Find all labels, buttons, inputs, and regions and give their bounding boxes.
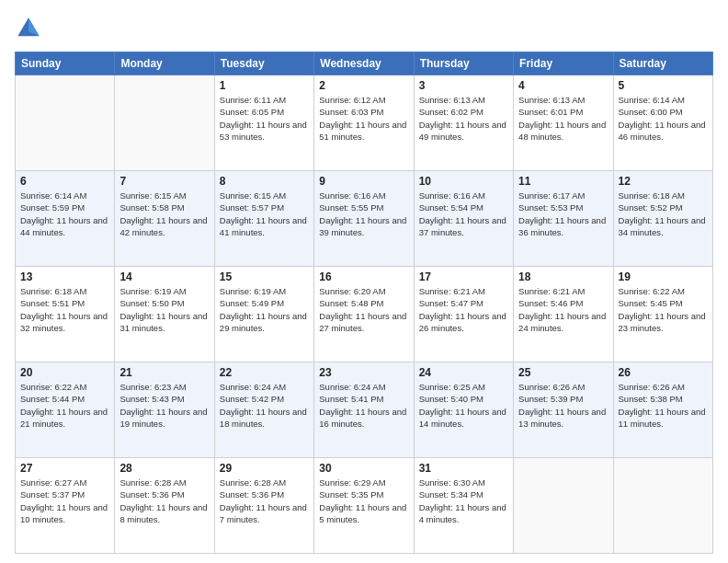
day-number: 14 [119, 270, 209, 283]
day-info: Sunrise: 6:15 AMSunset: 5:57 PMDaylight:… [220, 190, 309, 238]
logo-icon [15, 15, 42, 42]
day-number: 11 [518, 175, 608, 188]
day-info: Sunrise: 6:18 AMSunset: 5:52 PMDaylight:… [619, 190, 708, 238]
calendar-cell: 17Sunrise: 6:21 AMSunset: 5:47 PMDayligh… [414, 267, 513, 362]
calendar-header-row: SundayMondayTuesdayWednesdayThursdayFrid… [16, 52, 713, 75]
calendar-cell: 14Sunrise: 6:19 AMSunset: 5:50 PMDayligh… [115, 267, 214, 362]
day-info: Sunrise: 6:27 AMSunset: 5:37 PMDaylight:… [20, 477, 109, 525]
calendar-cell [16, 75, 115, 171]
day-info: Sunrise: 6:15 AMSunset: 5:58 PMDaylight:… [119, 190, 209, 238]
day-number: 30 [319, 462, 408, 475]
col-header-tuesday: Tuesday [214, 52, 313, 75]
day-info: Sunrise: 6:19 AMSunset: 5:50 PMDaylight:… [119, 285, 209, 334]
calendar-cell: 23Sunrise: 6:24 AMSunset: 5:41 PMDayligh… [314, 362, 414, 458]
day-number: 31 [419, 462, 508, 475]
day-number: 24 [419, 366, 508, 379]
day-info: Sunrise: 6:29 AMSunset: 5:35 PMDaylight:… [319, 477, 408, 525]
day-number: 25 [518, 366, 608, 379]
day-info: Sunrise: 6:19 AMSunset: 5:49 PMDaylight:… [220, 285, 309, 334]
day-info: Sunrise: 6:21 AMSunset: 5:47 PMDaylight:… [419, 285, 508, 334]
day-number: 10 [419, 175, 508, 188]
day-number: 16 [319, 270, 408, 283]
calendar-cell [115, 75, 214, 171]
col-header-friday: Friday [514, 52, 613, 75]
calendar-cell: 7Sunrise: 6:15 AMSunset: 5:58 PMDaylight… [115, 171, 214, 267]
day-number: 27 [20, 462, 109, 475]
day-number: 29 [220, 462, 309, 475]
calendar-cell: 28Sunrise: 6:28 AMSunset: 5:36 PMDayligh… [115, 458, 214, 554]
col-header-monday: Monday [115, 52, 214, 75]
calendar-cell: 5Sunrise: 6:14 AMSunset: 6:00 PMDaylight… [613, 75, 712, 171]
day-number: 17 [419, 270, 508, 283]
calendar-table: SundayMondayTuesdayWednesdayThursdayFrid… [15, 52, 713, 554]
day-info: Sunrise: 6:26 AMSunset: 5:38 PMDaylight:… [619, 381, 708, 430]
calendar-cell: 4Sunrise: 6:13 AMSunset: 6:01 PMDaylight… [514, 75, 613, 171]
col-header-sunday: Sunday [16, 52, 115, 75]
calendar-cell: 15Sunrise: 6:19 AMSunset: 5:49 PMDayligh… [214, 267, 313, 362]
day-number: 8 [220, 175, 309, 188]
day-number: 12 [619, 175, 708, 188]
col-header-saturday: Saturday [613, 52, 712, 75]
week-row-2: 6Sunrise: 6:14 AMSunset: 5:59 PMDaylight… [16, 171, 713, 267]
day-info: Sunrise: 6:14 AMSunset: 6:00 PMDaylight:… [619, 94, 708, 143]
day-info: Sunrise: 6:23 AMSunset: 5:43 PMDaylight:… [119, 381, 209, 430]
week-row-1: 1Sunrise: 6:11 AMSunset: 6:05 PMDaylight… [16, 75, 713, 171]
day-number: 21 [119, 366, 209, 379]
day-info: Sunrise: 6:16 AMSunset: 5:54 PMDaylight:… [419, 190, 508, 238]
day-info: Sunrise: 6:12 AMSunset: 6:03 PMDaylight:… [319, 94, 408, 143]
header [15, 15, 713, 42]
day-info: Sunrise: 6:13 AMSunset: 6:02 PMDaylight:… [419, 94, 508, 143]
day-number: 19 [619, 270, 708, 283]
day-info: Sunrise: 6:28 AMSunset: 5:36 PMDaylight:… [220, 477, 309, 525]
day-info: Sunrise: 6:21 AMSunset: 5:46 PMDaylight:… [518, 285, 608, 334]
day-number: 13 [20, 270, 109, 283]
col-header-wednesday: Wednesday [314, 52, 414, 75]
day-number: 4 [518, 79, 608, 92]
calendar-cell: 12Sunrise: 6:18 AMSunset: 5:52 PMDayligh… [613, 171, 712, 267]
day-info: Sunrise: 6:17 AMSunset: 5:53 PMDaylight:… [518, 190, 608, 238]
day-info: Sunrise: 6:11 AMSunset: 6:05 PMDaylight:… [220, 94, 309, 143]
day-info: Sunrise: 6:13 AMSunset: 6:01 PMDaylight:… [518, 94, 608, 143]
day-number: 23 [319, 366, 408, 379]
day-number: 7 [119, 175, 209, 188]
day-info: Sunrise: 6:30 AMSunset: 5:34 PMDaylight:… [419, 477, 508, 525]
week-row-4: 20Sunrise: 6:22 AMSunset: 5:44 PMDayligh… [16, 362, 713, 458]
week-row-3: 13Sunrise: 6:18 AMSunset: 5:51 PMDayligh… [16, 267, 713, 362]
day-number: 3 [419, 79, 508, 92]
calendar-cell: 9Sunrise: 6:16 AMSunset: 5:55 PMDaylight… [314, 171, 414, 267]
day-info: Sunrise: 6:14 AMSunset: 5:59 PMDaylight:… [20, 190, 109, 238]
day-info: Sunrise: 6:18 AMSunset: 5:51 PMDaylight:… [20, 285, 109, 334]
day-number: 5 [619, 79, 708, 92]
day-info: Sunrise: 6:24 AMSunset: 5:42 PMDaylight:… [220, 381, 309, 430]
calendar-cell: 30Sunrise: 6:29 AMSunset: 5:35 PMDayligh… [314, 458, 414, 554]
calendar-cell: 13Sunrise: 6:18 AMSunset: 5:51 PMDayligh… [16, 267, 115, 362]
calendar-cell: 27Sunrise: 6:27 AMSunset: 5:37 PMDayligh… [16, 458, 115, 554]
day-number: 6 [20, 175, 109, 188]
day-info: Sunrise: 6:28 AMSunset: 5:36 PMDaylight:… [119, 477, 209, 525]
day-number: 15 [220, 270, 309, 283]
logo [15, 15, 46, 42]
day-number: 18 [518, 270, 608, 283]
col-header-thursday: Thursday [414, 52, 513, 75]
calendar-cell: 19Sunrise: 6:22 AMSunset: 5:45 PMDayligh… [613, 267, 712, 362]
calendar-cell: 31Sunrise: 6:30 AMSunset: 5:34 PMDayligh… [414, 458, 513, 554]
day-number: 20 [20, 366, 109, 379]
day-number: 1 [220, 79, 309, 92]
page: SundayMondayTuesdayWednesdayThursdayFrid… [0, 0, 728, 563]
calendar-cell: 11Sunrise: 6:17 AMSunset: 5:53 PMDayligh… [514, 171, 613, 267]
day-number: 22 [220, 366, 309, 379]
calendar-cell: 18Sunrise: 6:21 AMSunset: 5:46 PMDayligh… [514, 267, 613, 362]
calendar-cell: 1Sunrise: 6:11 AMSunset: 6:05 PMDaylight… [214, 75, 313, 171]
calendar-cell: 6Sunrise: 6:14 AMSunset: 5:59 PMDaylight… [16, 171, 115, 267]
week-row-5: 27Sunrise: 6:27 AMSunset: 5:37 PMDayligh… [16, 458, 713, 554]
calendar-cell: 26Sunrise: 6:26 AMSunset: 5:38 PMDayligh… [613, 362, 712, 458]
day-number: 2 [319, 79, 408, 92]
day-info: Sunrise: 6:20 AMSunset: 5:48 PMDaylight:… [319, 285, 408, 334]
day-info: Sunrise: 6:26 AMSunset: 5:39 PMDaylight:… [518, 381, 608, 430]
day-info: Sunrise: 6:22 AMSunset: 5:45 PMDaylight:… [619, 285, 708, 334]
calendar-cell [613, 458, 712, 554]
day-info: Sunrise: 6:25 AMSunset: 5:40 PMDaylight:… [419, 381, 508, 430]
calendar-cell: 25Sunrise: 6:26 AMSunset: 5:39 PMDayligh… [514, 362, 613, 458]
day-info: Sunrise: 6:24 AMSunset: 5:41 PMDaylight:… [319, 381, 408, 430]
calendar-cell: 20Sunrise: 6:22 AMSunset: 5:44 PMDayligh… [16, 362, 115, 458]
